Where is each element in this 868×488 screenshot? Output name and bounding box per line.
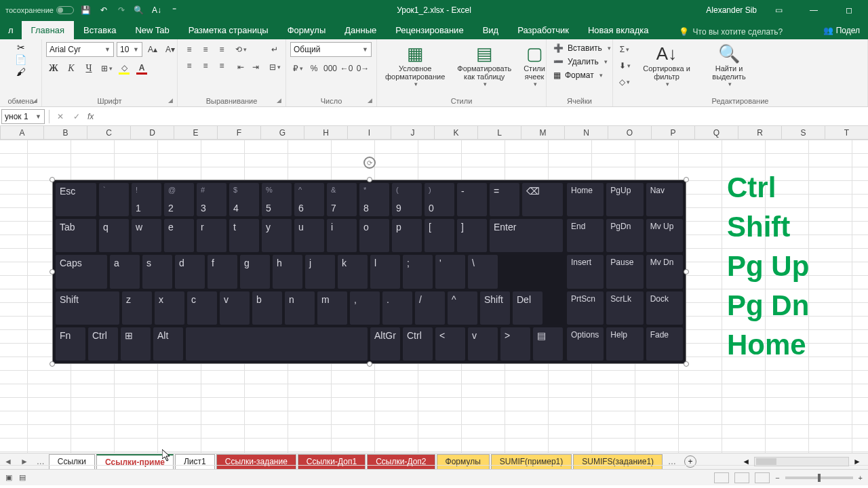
- autosum-icon[interactable]: Σ▾: [617, 42, 632, 57]
- column-header[interactable]: H: [304, 126, 348, 139]
- cut-icon[interactable]: ✂: [17, 42, 25, 53]
- find-button[interactable]: 🔍Найти и выделить▾: [701, 42, 757, 89]
- cell-styles-button[interactable]: ▢Стили ячеек▾: [519, 42, 549, 89]
- align-bot-icon[interactable]: ≡: [214, 42, 229, 57]
- column-header[interactable]: G: [261, 126, 304, 139]
- worksheet[interactable]: ⟳ Esc`!1@2#3$4%5^6&7*8(9)0-=⌫Tabqwertyui…: [0, 140, 868, 453]
- align-top-icon[interactable]: ≡: [182, 42, 197, 57]
- column-header[interactable]: M: [521, 126, 565, 139]
- percent-icon[interactable]: %: [307, 61, 321, 76]
- user-name[interactable]: Alexander Sib: [706, 5, 757, 15]
- column-header[interactable]: A: [1, 126, 44, 139]
- column-header[interactable]: C: [87, 126, 131, 139]
- redo-icon[interactable]: ↷: [116, 5, 127, 16]
- orientation-icon[interactable]: ⟲▾: [233, 42, 248, 57]
- ribbon-tab[interactable]: Данные: [335, 21, 386, 39]
- column-header[interactable]: P: [652, 126, 695, 139]
- grow-font-icon[interactable]: A▴: [145, 42, 160, 57]
- keyboard-image[interactable]: ⟳ Esc`!1@2#3$4%5^6&7*8(9)0-=⌫Tabqwertyui…: [52, 180, 686, 364]
- dec-dec-icon[interactable]: 0→: [355, 61, 370, 76]
- resize-handle[interactable]: [684, 269, 689, 274]
- cancel-icon[interactable]: ✕: [52, 112, 68, 121]
- view-normal-icon[interactable]: [714, 472, 729, 483]
- column-header[interactable]: R: [738, 126, 782, 139]
- maximize-icon[interactable]: ◻: [835, 0, 863, 20]
- rotate-handle-icon[interactable]: ⟳: [363, 157, 376, 169]
- comma-icon[interactable]: 000: [323, 61, 338, 76]
- qa-more-icon[interactable]: ⁼: [169, 5, 180, 16]
- delete-button[interactable]: ➖Удалить▾: [551, 56, 614, 68]
- bold-button[interactable]: Ж: [46, 61, 61, 76]
- sort-filter-button[interactable]: A↓Сортировка и фильтр▾: [639, 42, 694, 89]
- border-icon[interactable]: ⊞▾: [99, 61, 114, 76]
- file-tab[interactable]: л: [0, 21, 22, 39]
- sheet-tab[interactable]: Ссылки: [49, 454, 95, 469]
- column-header[interactable]: S: [782, 126, 825, 139]
- column-header[interactable]: B: [44, 126, 87, 139]
- sheet-tab[interactable]: Ссылки-Доп2: [367, 454, 435, 469]
- sheet-tab[interactable]: Лист1: [175, 454, 215, 469]
- resize-handle[interactable]: [684, 361, 689, 367]
- undo-icon[interactable]: ↶: [98, 5, 109, 16]
- column-header[interactable]: E: [174, 126, 218, 139]
- save-icon[interactable]: 💾: [81, 5, 92, 16]
- font-size[interactable]: 10▼: [117, 42, 142, 57]
- font-color-icon[interactable]: A: [134, 61, 149, 76]
- resize-handle[interactable]: [50, 177, 55, 182]
- resize-handle[interactable]: [50, 269, 55, 274]
- launcher-icon[interactable]: ◢: [277, 97, 281, 104]
- italic-button[interactable]: К: [64, 61, 79, 76]
- insert-button[interactable]: ➕Вставить▾: [551, 42, 614, 54]
- zoom-out-icon[interactable]: −: [775, 474, 779, 482]
- fx-icon[interactable]: fx: [87, 112, 94, 121]
- ribbon-tab[interactable]: Вставка: [74, 21, 125, 39]
- resize-handle[interactable]: [367, 177, 372, 182]
- ribbon-tab[interactable]: Формулы: [278, 21, 336, 39]
- column-header[interactable]: O: [608, 126, 652, 139]
- formula-input[interactable]: [96, 109, 868, 124]
- sheet-tab[interactable]: SUMIFS(задание1): [573, 454, 663, 469]
- column-header[interactable]: N: [565, 126, 608, 139]
- column-header[interactable]: T: [825, 126, 868, 139]
- sheet-tab[interactable]: Ссылки-Доп1: [298, 454, 366, 469]
- merge-icon[interactable]: ⊟▾: [267, 60, 282, 75]
- resize-handle[interactable]: [367, 361, 372, 367]
- align-center-icon[interactable]: ≡: [198, 58, 213, 73]
- zoom-in-icon[interactable]: +: [859, 474, 863, 482]
- zoom-slider[interactable]: [785, 476, 853, 479]
- copy-icon[interactable]: 📄: [15, 54, 26, 65]
- ribbon-tab[interactable]: Рецензирование: [386, 21, 473, 39]
- launcher-icon[interactable]: ◢: [168, 97, 173, 104]
- number-format[interactable]: Общий▼: [290, 42, 372, 57]
- resize-handle[interactable]: [50, 361, 55, 367]
- sheet-tab[interactable]: SUMIF(пример1): [491, 454, 572, 469]
- ribbon-tab[interactable]: Разработчик: [508, 21, 578, 39]
- paint-icon[interactable]: 🖌: [16, 66, 26, 77]
- align-mid-icon[interactable]: ≡: [198, 42, 213, 57]
- ribbon-tab[interactable]: Разметка страницы: [179, 21, 278, 39]
- currency-icon[interactable]: ₽▾: [290, 61, 305, 76]
- ribbon-tab[interactable]: Новая вкладка: [578, 21, 658, 39]
- view-layout-icon[interactable]: [734, 472, 749, 483]
- autosave-toggle[interactable]: тосохранение: [5, 6, 74, 14]
- launcher-icon[interactable]: ◢: [33, 97, 37, 104]
- underline-button[interactable]: Ч: [81, 61, 96, 76]
- tell-me[interactable]: 💡 Что вы хотите сделать?: [672, 24, 790, 39]
- font-select[interactable]: Arial Cyr▼: [46, 42, 114, 57]
- sheet-tab[interactable]: Ссылки-задание: [216, 454, 296, 469]
- indent-inc-icon[interactable]: ⇥: [248, 60, 263, 75]
- resize-handle[interactable]: [684, 177, 689, 182]
- shrink-font-icon[interactable]: A▾: [163, 42, 178, 57]
- sort-icon[interactable]: A↓: [151, 5, 162, 16]
- launcher-icon[interactable]: ◢: [368, 97, 372, 104]
- clear-icon[interactable]: ◇▾: [617, 75, 632, 89]
- format-button[interactable]: ▦Формат▾: [551, 69, 614, 81]
- share-button[interactable]: 👥 Подел: [815, 22, 868, 39]
- ribbon-tab[interactable]: New Tab: [125, 21, 178, 39]
- indent-dec-icon[interactable]: ⇤: [233, 60, 248, 75]
- ribbon-tab[interactable]: Главная: [22, 21, 74, 39]
- align-left-icon[interactable]: ≡: [182, 58, 197, 73]
- format-table-button[interactable]: ▤Форматировать как таблицу▾: [453, 42, 515, 89]
- column-header[interactable]: I: [348, 126, 391, 139]
- sheet-tab[interactable]: Формулы: [437, 454, 490, 469]
